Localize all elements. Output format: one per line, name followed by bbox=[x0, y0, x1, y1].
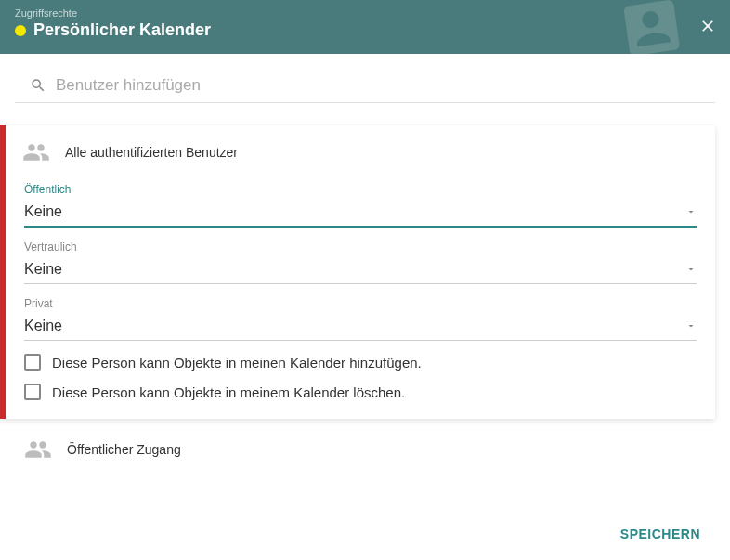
add-user-input[interactable] bbox=[56, 76, 700, 95]
can-delete-checkbox[interactable] bbox=[24, 384, 41, 400]
dialog-header: Zugriffsrechte Persönlicher Kalender bbox=[0, 0, 730, 54]
confidential-field: Vertraulich Keine bbox=[24, 241, 697, 284]
confidential-value: Keine bbox=[24, 261, 62, 278]
user-row: Alle authentifizierten Benutzer bbox=[22, 138, 697, 166]
can-add-label: Diese Person kann Objekte in meinen Kale… bbox=[52, 355, 422, 371]
close-icon bbox=[698, 17, 717, 35]
dialog-footer: SPEICHERN bbox=[609, 519, 711, 549]
private-label: Privat bbox=[24, 297, 697, 310]
search-icon bbox=[30, 77, 46, 94]
can-delete-row: Diese Person kann Objekte in meinem Kale… bbox=[24, 384, 697, 400]
user-label: Alle authentifizierten Benutzer bbox=[65, 145, 238, 160]
header-subtitle: Zugriffsrechte bbox=[15, 7, 715, 19]
confidential-label: Vertraulich bbox=[24, 241, 697, 254]
can-add-row: Diese Person kann Objekte in meinen Kale… bbox=[24, 354, 697, 371]
private-field: Privat Keine bbox=[24, 297, 697, 341]
confidential-select[interactable]: Keine bbox=[24, 257, 697, 284]
header-title: Persönlicher Kalender bbox=[33, 20, 211, 40]
public-access-label: Öffentlicher Zugang bbox=[67, 442, 181, 457]
private-select[interactable]: Keine bbox=[24, 314, 697, 341]
people-icon bbox=[22, 138, 50, 166]
people-icon bbox=[24, 436, 52, 463]
private-value: Keine bbox=[24, 318, 62, 334]
public-select[interactable]: Keine bbox=[24, 200, 697, 228]
public-field: Öffentlich Keine bbox=[24, 183, 697, 228]
calendar-color-dot bbox=[15, 25, 26, 36]
can-add-checkbox[interactable] bbox=[24, 354, 41, 371]
search-row bbox=[15, 54, 715, 103]
save-button[interactable]: SPEICHERN bbox=[609, 519, 711, 549]
can-delete-label: Diese Person kann Objekte in meinem Kale… bbox=[52, 384, 405, 400]
chevron-down-icon bbox=[685, 264, 697, 275]
header-title-row: Persönlicher Kalender bbox=[15, 20, 715, 40]
public-value: Keine bbox=[24, 203, 62, 220]
public-access-row[interactable]: Öffentlicher Zugang bbox=[0, 419, 730, 463]
public-label: Öffentlich bbox=[24, 183, 697, 196]
chevron-down-icon bbox=[685, 206, 697, 217]
permissions-card: Alle authentifizierten Benutzer Öffentli… bbox=[0, 125, 715, 419]
chevron-down-icon bbox=[685, 320, 697, 332]
contact-bg-icon bbox=[614, 0, 690, 70]
close-button[interactable] bbox=[698, 17, 717, 39]
